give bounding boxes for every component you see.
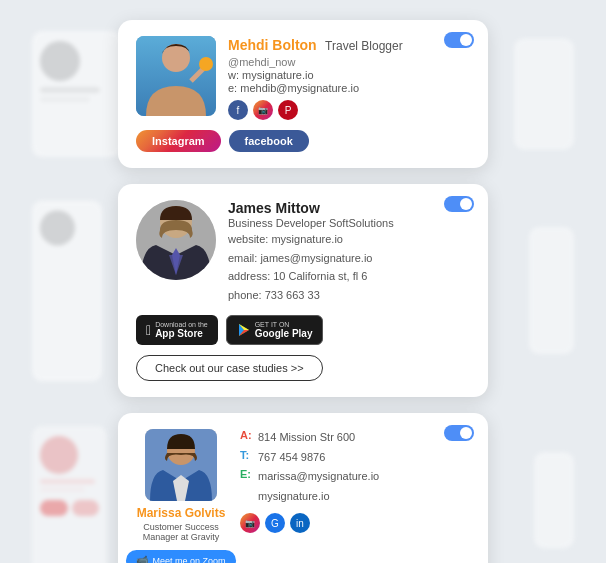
card2-address: address: 10 California st, fl 6 xyxy=(228,268,470,285)
card2-website: website: mysignature.io xyxy=(228,231,470,248)
card1-name: Mehdi Bolton xyxy=(228,37,317,53)
card2-row: James Mittow Business Developer SoftSolu… xyxy=(20,184,586,397)
card1-photo xyxy=(136,36,216,116)
zoom-camera-icon: 📹 xyxy=(136,555,148,563)
appstore-label-small: Download on the xyxy=(155,321,208,328)
bg-card-left-3 xyxy=(32,426,107,563)
card3-social-icons: 📷 G in xyxy=(240,513,470,533)
phone-label: T: xyxy=(240,449,252,467)
card3-name: Marissa Golvits xyxy=(137,506,226,520)
bg-card-right-2 xyxy=(529,227,574,355)
card3: Marissa Golvits Customer Success Manager… xyxy=(118,413,488,563)
card2-role: Business Developer SoftSolutions xyxy=(228,217,470,229)
address-label: A: xyxy=(240,429,252,447)
card3-row: Marissa Golvits Customer Success Manager… xyxy=(20,413,586,563)
bg-card-left-2 xyxy=(32,200,102,381)
toggle-knob-2 xyxy=(460,198,472,210)
card1: Mehdi Bolton Travel Blogger @mehdi_now w… xyxy=(118,20,488,168)
card1-row: Mehdi Bolton Travel Blogger @mehdi_now w… xyxy=(20,20,586,168)
card3-google-icon[interactable]: G xyxy=(265,513,285,533)
toggle-knob-3 xyxy=(460,427,472,439)
card3-instagram-icon[interactable]: 📷 xyxy=(240,513,260,533)
googleplay-label-big: Google Play xyxy=(255,328,313,339)
apple-icon:  xyxy=(146,322,151,338)
card1-website: w: mysignature.io xyxy=(228,69,470,81)
googleplay-label-small: GET IT ON xyxy=(255,321,290,328)
card3-left: Marissa Golvits Customer Success Manager… xyxy=(136,429,226,563)
svg-point-2 xyxy=(199,57,213,71)
card2: James Mittow Business Developer SoftSolu… xyxy=(118,184,488,397)
card1-social-icons: f 📷 P xyxy=(228,100,470,120)
card1-handle: @mehdi_now xyxy=(228,56,470,68)
card1-info: Mehdi Bolton Travel Blogger @mehdi_now w… xyxy=(228,36,470,120)
card1-buttons: Instagram facebook xyxy=(136,130,470,152)
facebook-button[interactable]: facebook xyxy=(229,130,309,152)
card3-linkedin-icon[interactable]: in xyxy=(290,513,310,533)
card3-address: 814 Mission Str 600 xyxy=(258,429,355,447)
bg-card-right-3 xyxy=(534,452,574,548)
card2-info: James Mittow Business Developer SoftSolu… xyxy=(228,200,470,303)
bg-card-right-1 xyxy=(514,39,574,150)
card3-email: marissa@mysignature.io xyxy=(258,468,379,486)
card2-app-buttons:  Download on the App Store GET IT ON xyxy=(136,315,470,345)
zoom-button[interactable]: 📹 Meet me on Zoom xyxy=(126,550,235,563)
card3-right: A: 814 Mission Str 600 T: 767 454 9876 E… xyxy=(240,429,470,563)
instagram-icon[interactable]: 📷 xyxy=(253,100,273,120)
card3-role: Customer Success Manager at Gravity xyxy=(136,522,226,542)
card2-phone: phone: 733 663 33 xyxy=(228,287,470,304)
pinterest-icon[interactable]: P xyxy=(278,100,298,120)
email-label: E: xyxy=(240,468,252,486)
card1-title: Travel Blogger xyxy=(325,39,403,53)
appstore-label-big: App Store xyxy=(155,328,203,339)
card3-phone: 767 454 9876 xyxy=(258,449,325,467)
appstore-button[interactable]:  Download on the App Store xyxy=(136,315,218,345)
card2-email: email: james@mysignature.io xyxy=(228,250,470,267)
facebook-icon[interactable]: f xyxy=(228,100,248,120)
card2-name: James Mittow xyxy=(228,200,470,216)
card1-toggle[interactable] xyxy=(444,32,474,48)
card3-photo xyxy=(145,429,217,501)
instagram-button[interactable]: Instagram xyxy=(136,130,221,152)
card3-website: mysignature.io xyxy=(258,488,470,506)
bg-card-left-1 xyxy=(32,31,122,157)
play-icon xyxy=(237,323,251,337)
card1-email: e: mehdib@mysignature.io xyxy=(228,82,470,94)
card2-photo xyxy=(136,200,216,280)
zoom-button-label: Meet me on Zoom xyxy=(152,556,225,564)
card2-toggle[interactable] xyxy=(444,196,474,212)
card3-toggle[interactable] xyxy=(444,425,474,441)
svg-point-1 xyxy=(162,44,190,72)
case-studies-button[interactable]: Check out our case studies >> xyxy=(136,355,323,381)
toggle-knob xyxy=(460,34,472,46)
googleplay-button[interactable]: GET IT ON Google Play xyxy=(226,315,324,345)
